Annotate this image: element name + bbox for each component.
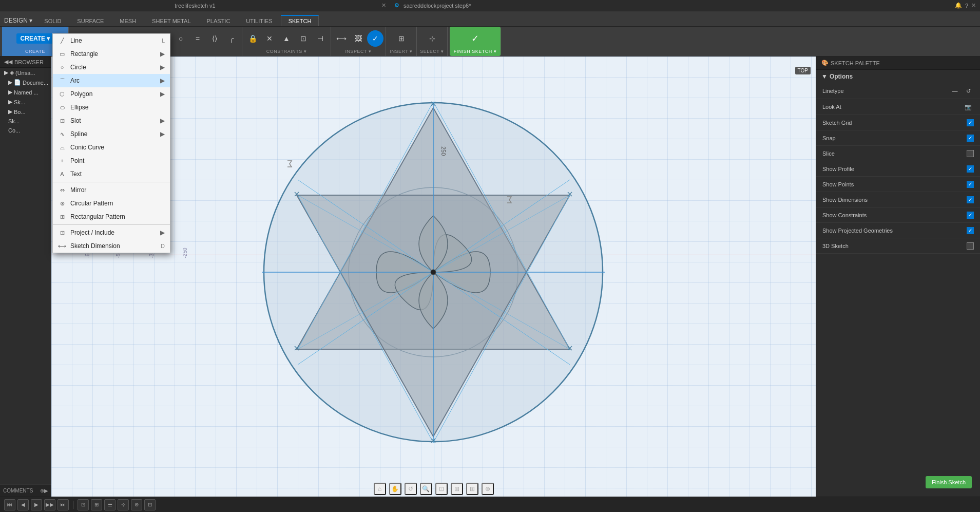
browser-item-sk2[interactable]: Sk... (0, 117, 51, 126)
pan-btn[interactable]: ✋ (389, 483, 401, 495)
offset-tool-btn[interactable]: ⟨⟩ (206, 30, 223, 47)
play-btn[interactable]: ▶ (31, 499, 42, 510)
look-at-btn[interactable]: 📷 (963, 101, 974, 112)
orbit-btn[interactable]: ↺ (405, 483, 417, 495)
spline-label: Spline (70, 130, 87, 138)
tab-plastic[interactable]: PLASTIC (199, 15, 238, 26)
sketch-grid-checkbox[interactable]: ✓ (967, 119, 974, 126)
home-view-btn[interactable]: ⌂ (374, 483, 386, 495)
menu-item-slot[interactable]: ⊡ Slot ▶ (53, 114, 170, 127)
help-icon[interactable]: ? (965, 3, 968, 9)
browser-item-unsaved[interactable]: ▶ ◈ (Unsa... (0, 68, 51, 78)
inspect2-tool-btn[interactable]: 🖼 (350, 30, 367, 47)
constraint3-tool-btn[interactable]: ⊡ (295, 30, 312, 47)
browser-item-sk1[interactable]: ▶ Sk... (0, 97, 51, 107)
snap-checkbox[interactable]: ✓ (967, 135, 974, 142)
menu-item-text[interactable]: A Text (53, 167, 170, 181)
show-dimensions-checkbox[interactable]: ✓ (967, 196, 974, 203)
3d-sketch-checkbox[interactable] (967, 242, 974, 250)
menu-item-sketch-dimension[interactable]: ⟷ Sketch Dimension D (53, 239, 170, 253)
browser-item-named[interactable]: ▶ Named ... (0, 87, 51, 97)
line-icon: ╱ (58, 36, 66, 45)
bo-icon: ▶ (8, 108, 12, 115)
show-projected-checkbox[interactable]: ✓ (967, 227, 974, 234)
menu-item-arc[interactable]: ⌒ Arc ▶ (53, 74, 170, 87)
menu-item-line[interactable]: ╱ Line L (53, 34, 170, 47)
comments-icon[interactable]: ⊕ (40, 488, 44, 494)
timeline-btn6[interactable]: ⊡ (144, 499, 156, 510)
triangle2-tool-btn[interactable]: ▲ (278, 30, 295, 47)
create-dropdown-btn[interactable]: CREATE ▾ (16, 33, 54, 44)
display-mode-btn[interactable]: ⊞ (451, 483, 463, 495)
notification-icon[interactable]: 🔔 (955, 2, 962, 9)
menu-item-rectangular-pattern[interactable]: ⊞ Rectangular Pattern (53, 210, 170, 223)
linetype-btn2[interactable]: ↺ (963, 85, 974, 97)
timeline-btn3[interactable]: ☰ (104, 499, 116, 510)
tab-surface[interactable]: SURFACE (69, 15, 111, 26)
insert-btn[interactable]: ⊞ (393, 30, 410, 47)
menu-item-circular-pattern[interactable]: ⊛ Circular Pattern (53, 197, 170, 210)
zoom-btn[interactable]: 🔍 (420, 483, 432, 495)
design-dropdown-btn[interactable]: DESIGN ▾ (0, 15, 36, 26)
menu-item-spline[interactable]: ∿ Spline ▶ (53, 127, 170, 141)
play-back-btn[interactable]: ◀ (17, 499, 29, 510)
timeline-btn5[interactable]: ⊛ (131, 499, 142, 510)
circle-tool-btn[interactable]: ○ (172, 30, 189, 47)
inspect3-tool-btn[interactable]: ✓ (367, 30, 383, 47)
menu-item-point[interactable]: + Point (53, 154, 170, 167)
tab-sheet-metal[interactable]: SHEET METAL (144, 15, 198, 26)
tab-sketch[interactable]: SKETCH (281, 15, 319, 26)
polygon-icon: ⬡ (58, 90, 66, 98)
select-btn[interactable]: ⊹ (424, 30, 440, 47)
point-label: Point (70, 157, 84, 164)
fillet-tool-btn[interactable]: ╭ (223, 30, 240, 47)
slot-label: Slot (70, 117, 81, 124)
arc-label: Arc (70, 77, 80, 84)
play-fwd-btn[interactable]: ▶▶ (44, 499, 55, 510)
browser-item-bo[interactable]: ▶ Bo... (0, 107, 51, 117)
snap-row: Snap ✓ (816, 130, 980, 146)
menu-item-conic[interactable]: ⌓ Conic Curve (53, 141, 170, 154)
show-profile-checkbox[interactable]: ✓ (967, 165, 974, 173)
coincident-tool-btn[interactable]: ✕ (261, 30, 278, 47)
doc-label: Docume... (23, 80, 48, 86)
grid-toggle-btn[interactable]: ⊞ (466, 483, 478, 495)
look-at-row: Look At 📷 (816, 99, 980, 115)
slice-checkbox[interactable] (967, 150, 974, 157)
show-points-checkbox[interactable]: ✓ (967, 181, 974, 188)
linetype-btn1[interactable]: — (949, 85, 960, 97)
left-close-btn[interactable]: ✕ (381, 2, 386, 9)
tab-solid[interactable]: SOLID (36, 15, 69, 26)
timeline-btn2[interactable]: ⊞ (91, 499, 102, 510)
menu-item-ellipse[interactable]: ⬭ Ellipse (53, 101, 170, 114)
menu-item-rectangle[interactable]: ▭ Rectangle ▶ (53, 47, 170, 61)
right-close-btn[interactable]: ✕ (971, 2, 976, 9)
play-next-btn[interactable]: ⏭ (57, 499, 69, 510)
lock-tool-btn[interactable]: 🔒 (244, 30, 261, 47)
equal-tool-btn[interactable]: = (189, 30, 206, 47)
finish-sketch-check-btn[interactable]: ✓ (467, 30, 484, 47)
comments-expand-icon[interactable]: ▶ (44, 488, 48, 494)
zoom-fit-btn[interactable]: ⊡ (435, 483, 448, 495)
browser-item-co[interactable]: Co... (0, 126, 51, 135)
tab-utilities[interactable]: UTILITIES (238, 15, 280, 26)
browser-header[interactable]: ◀◀ BROWSER (0, 56, 51, 68)
constraint4-tool-btn[interactable]: ⊣ (312, 30, 329, 47)
finish-sketch-panel-btn[interactable]: Finish Sketch (926, 476, 972, 488)
snap-label: Snap (822, 135, 836, 141)
tab-mesh[interactable]: MESH (112, 15, 144, 26)
timeline-btn1[interactable]: ⊡ (78, 499, 89, 510)
show-constraints-checkbox[interactable]: ✓ (967, 212, 974, 219)
menu-item-polygon[interactable]: ⬡ Polygon ▶ (53, 87, 170, 101)
play-prev-btn[interactable]: ⏮ (4, 499, 15, 510)
ellipse-icon: ⬭ (58, 103, 66, 111)
browser-item-documents[interactable]: ▶ 📄 Docume... (0, 78, 51, 87)
project-icon: ⊡ (58, 229, 66, 237)
ruler-tool-btn[interactable]: ⟷ (333, 30, 350, 47)
dimension-shortcut: D (161, 243, 165, 249)
menu-item-mirror[interactable]: ⇔ Mirror (53, 183, 170, 197)
menu-item-circle[interactable]: ○ Circle ▶ (53, 61, 170, 74)
more-view-btn[interactable]: ⊛ (482, 483, 494, 495)
menu-item-project-include[interactable]: ⊡ Project / Include ▶ (53, 226, 170, 239)
timeline-btn4[interactable]: ⊹ (118, 499, 129, 510)
